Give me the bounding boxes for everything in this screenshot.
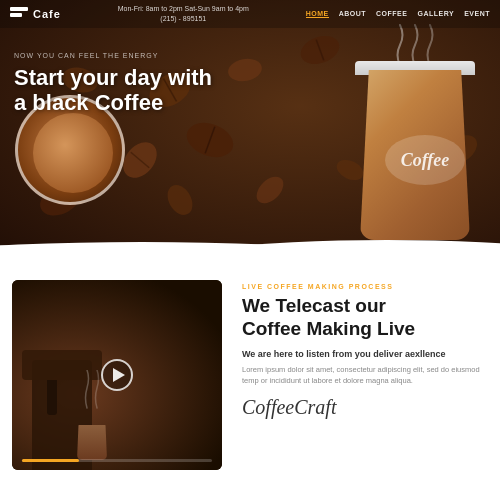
nav-home[interactable]: HOME [306, 10, 329, 18]
hero-coffee-cup: Coffee [350, 20, 480, 240]
header: Cafe Mon-Fri: 8am to 2pm Sat-Sun 9am to … [0, 0, 500, 28]
svg-point-18 [252, 172, 289, 209]
nav-event[interactable]: EVENT [464, 10, 490, 18]
hero-section: NOW YOU CAN FEEL THE ENERGY Start your d… [0, 0, 500, 265]
video-cup [77, 425, 107, 460]
content-heading: We Telecast our Coffee Making Live [242, 295, 484, 341]
svg-point-12 [226, 56, 263, 84]
svg-point-13 [162, 181, 197, 220]
video-progress-bar[interactable] [22, 459, 212, 462]
cup-label: Coffee [385, 135, 465, 185]
content-panel: LIVE COFFEE MAKING PROCESS We Telecast o… [222, 265, 500, 500]
play-icon [113, 368, 125, 382]
section-label: LIVE COFFEE MAKING PROCESS [242, 283, 484, 290]
video-progress-fill [22, 459, 79, 462]
logo-area: Cafe [10, 7, 61, 21]
nav-coffee[interactable]: COFFEE [376, 10, 407, 18]
hero-text-area: NOW YOU CAN FEEL THE ENERGY Start your d… [14, 52, 212, 116]
main-nav: HOME ABOUT COFFEE GALLERY EVENT [306, 10, 490, 18]
hero-heading: Start your day with a black Coffee [14, 65, 212, 116]
machine-nozzle [47, 380, 57, 415]
hero-tagline: NOW YOU CAN FEEL THE ENERGY [14, 52, 212, 59]
cup-label-text: Coffee [401, 150, 450, 171]
logo-icon [10, 7, 28, 21]
cup-body: Coffee [360, 70, 470, 240]
play-button[interactable] [101, 359, 133, 391]
hours-info: Mon-Fri: 8am to 2pm Sat-Sun 9am to 4pm (… [118, 4, 249, 25]
signature: CoffeeCraft [242, 396, 484, 419]
content-body: Lorem ipsum dolor sit amet, consectetur … [242, 364, 484, 387]
content-subheading: We are here to listen from you deliver a… [242, 349, 484, 359]
nav-about[interactable]: ABOUT [339, 10, 366, 18]
site-title: Cafe [33, 8, 61, 20]
nav-gallery[interactable]: GALLERY [417, 10, 454, 18]
video-panel[interactable] [12, 280, 222, 470]
bottom-section: LIVE COFFEE MAKING PROCESS We Telecast o… [0, 265, 500, 500]
